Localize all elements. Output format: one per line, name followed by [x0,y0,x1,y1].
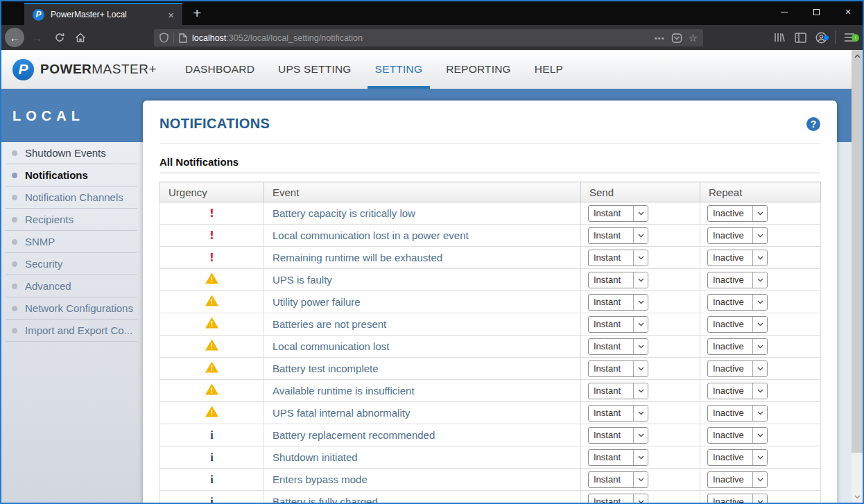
repeat-select[interactable]: Inactive [707,250,768,266]
help-button[interactable]: ? [806,117,820,131]
send-select[interactable]: Instant [588,227,648,244]
sidebar-item-label: Advanced [25,280,71,292]
send-select-arrow [633,317,648,332]
repeat-select[interactable]: Inactive [707,205,768,222]
info-icon: i [210,429,213,441]
send-select[interactable]: Instant [588,405,648,422]
account-button[interactable] [811,32,831,44]
event-cell: Battery test incomplete [264,358,581,380]
repeat-select-value: Inactive [708,252,752,263]
repeat-select-arrow [752,228,767,243]
url-text[interactable]: localhost:3052/local/local_setting/notif… [192,33,648,43]
event-cell: Battery capacity is critically low [264,202,581,225]
repeat-select[interactable]: Inactive [707,427,768,444]
send-select[interactable]: Instant [588,427,648,444]
repeat-select[interactable]: Inactive [707,338,768,355]
nav-tab-help[interactable]: HELP [523,50,575,89]
pocket-icon[interactable] [671,33,682,44]
send-select-value: Instant [589,297,633,307]
sidebar-item-shutdown-events[interactable]: Shutdown Events [6,142,137,164]
repeat-select[interactable]: Inactive [707,227,768,244]
repeat-select[interactable]: Inactive [707,449,768,466]
tab-close-icon[interactable]: × [165,8,177,21]
sidebar-item-advanced[interactable]: Advanced [6,275,137,297]
send-select[interactable]: Instant [588,383,648,399]
browser-tab[interactable]: P PowerMaster+ Local × [24,3,182,25]
sidebar-item-label: Recipients [25,214,74,225]
sidebar-list: Shutdown EventsNotificationsNotification… [0,142,143,504]
repeat-select[interactable]: Inactive [707,272,768,288]
repeat-select[interactable]: Inactive [707,383,768,399]
sidebar-item-notification-channels[interactable]: Notification Channels [6,186,137,209]
scrollbar-thumb[interactable] [852,62,863,453]
sidebar-item-notifications[interactable]: Notifications [6,164,137,186]
bullet-icon [12,261,17,267]
app-header: P POWERMASTER+ DASHBOARDUPS SETTINGSETTI… [0,50,864,89]
repeat-select-value: Inactive [708,208,752,218]
send-select[interactable]: Instant [588,294,648,311]
window-controls: × [768,0,864,24]
send-select[interactable]: Instant [588,338,648,355]
urgency-cell: ! [160,225,264,247]
nav-tab-reporting[interactable]: REPORTING [434,50,523,89]
close-button[interactable]: × [832,0,864,24]
urgency-cell: ! [160,269,264,291]
menu-button[interactable]: ↑ [839,33,860,42]
bookmark-star-icon[interactable]: ☆ [689,32,698,44]
urgency-cell: ! [160,358,264,380]
minimize-button[interactable] [768,0,800,24]
repeat-select[interactable]: Inactive [707,294,768,311]
back-button[interactable]: ← [5,28,24,47]
send-select[interactable]: Instant [588,360,648,377]
repeat-cell: Inactive [700,291,821,313]
favicon-icon: P [33,9,44,21]
app-logo: P POWERMASTER+ [12,50,157,89]
send-select[interactable]: Instant [588,272,648,288]
repeat-select[interactable]: Inactive [707,360,768,377]
send-select-value: Instant [589,230,633,241]
new-tab-button[interactable]: + [189,4,205,22]
page-actions-button[interactable]: ••• [655,34,665,42]
send-select[interactable]: Instant [588,449,648,466]
event-cell: Batteries are not present [264,313,581,336]
reload-button[interactable] [50,33,69,42]
repeat-select-value: Inactive [708,452,752,462]
send-select[interactable]: Instant [588,471,648,488]
brand-light: MASTER+ [92,62,157,76]
account-notification-badge [824,35,829,40]
event-cell: Local communication lost in a power even… [264,225,581,247]
library-button[interactable] [769,32,790,43]
sidebar-item-import-and-export-co[interactable]: Import and Export Co... [6,320,137,342]
repeat-select[interactable]: Inactive [707,316,768,333]
scrollbar-up-button[interactable] [852,50,863,62]
sidebar-item-recipients[interactable]: Recipients [6,209,137,231]
event-cell: Remaining runtime will be exhausted [264,247,581,269]
page-scrollbar[interactable] [852,50,863,503]
forward-button[interactable]: → [28,32,47,44]
maximize-button[interactable] [800,0,832,24]
sidebar-item-network-configurations[interactable]: Network Configurations [6,297,137,320]
bullet-icon [12,239,17,245]
nav-tab-dashboard[interactable]: DASHBOARD [173,50,266,89]
sidebars-button[interactable] [790,33,811,43]
sidebar-item-snmp[interactable]: SNMP [6,231,137,253]
repeat-select-value: Inactive [708,341,752,351]
repeat-cell: Inactive [700,313,821,336]
nav-tab-setting[interactable]: SETTING [363,50,435,89]
send-select[interactable]: Instant [588,205,648,222]
urgency-cell: ! [160,291,264,313]
home-button[interactable] [71,33,90,43]
repeat-select[interactable]: Inactive [707,405,768,422]
bullet-icon [12,306,17,311]
send-select[interactable]: Instant [588,250,648,266]
nav-tab-ups-setting[interactable]: UPS SETTING [266,50,363,89]
chevron-down-icon [638,455,644,460]
url-bar[interactable]: localhost:3052/local/local_setting/notif… [154,29,703,46]
send-select[interactable]: Instant [588,316,648,333]
sidebar-item-security[interactable]: Security [6,253,137,275]
warning-icon: ! [205,295,218,306]
chevron-down-icon [638,367,644,371]
scrollbar-down-button[interactable] [852,491,863,503]
repeat-select[interactable]: Inactive [707,471,768,488]
page-info-icon[interactable] [179,33,187,43]
